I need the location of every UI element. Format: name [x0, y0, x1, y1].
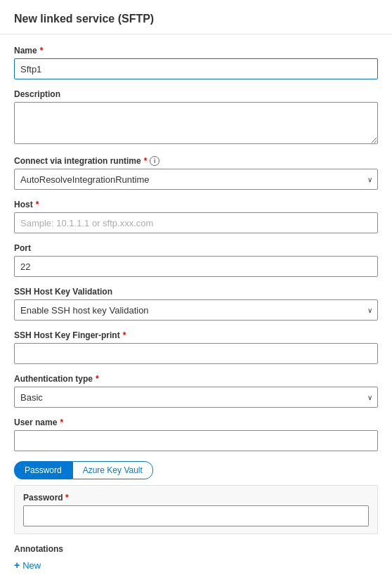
username-group: User name * [14, 418, 378, 451]
panel-content: Name * Description Connect via integrati… [0, 34, 392, 582]
password-tab[interactable]: Password [14, 461, 72, 479]
azure-key-vault-tab[interactable]: Azure Key Vault [72, 461, 153, 479]
port-label: Port [14, 243, 378, 253]
password-tab-group: Password Azure Key Vault [14, 461, 378, 479]
ssh-validation-label: SSH Host Key Validation [14, 287, 378, 297]
description-textarea[interactable] [14, 102, 378, 144]
name-group: Name * [14, 46, 378, 79]
runtime-required: * [144, 156, 148, 166]
name-label: Name * [14, 46, 378, 56]
runtime-select[interactable]: AutoResolveIntegrationRuntime [14, 169, 378, 190]
runtime-info-icon[interactable]: i [150, 156, 159, 166]
port-group: Port [14, 243, 378, 277]
runtime-group: Connect via integration runtime * i Auto… [14, 156, 378, 190]
plus-icon: + [14, 560, 20, 571]
port-input[interactable] [14, 256, 378, 277]
auth-required: * [96, 374, 99, 384]
ssh-fingerprint-group: SSH Host Key Finger-print * [14, 330, 378, 364]
host-label: Host * [14, 200, 378, 209]
auth-select[interactable]: Basic SSH Public Key Multi-Factor [14, 387, 378, 408]
panel-title: New linked service (SFTP) [14, 13, 378, 25]
ssh-validation-select[interactable]: Enable SSH host key Validation Disable S… [14, 299, 378, 321]
description-group: Description [14, 89, 378, 146]
username-input[interactable] [14, 430, 378, 451]
annotations-label: Annotations [14, 544, 378, 554]
host-input[interactable] [14, 212, 378, 233]
password-section-group: Password Azure Key Vault Password * [14, 461, 378, 534]
username-required: * [60, 418, 63, 427]
runtime-select-wrapper: AutoResolveIntegrationRuntime ∨ [14, 169, 378, 190]
panel: New linked service (SFTP) Name * Descrip… [0, 0, 392, 582]
ssh-fingerprint-required: * [123, 330, 126, 340]
ssh-fingerprint-label: SSH Host Key Finger-print * [14, 330, 378, 340]
password-content: Password * [14, 485, 378, 534]
password-required: * [65, 493, 69, 503]
runtime-label: Connect via integration runtime * i [14, 156, 378, 166]
description-label: Description [14, 89, 378, 99]
auth-select-wrapper: Basic SSH Public Key Multi-Factor ∨ [14, 387, 378, 408]
auth-group: Authentication type * Basic SSH Public K… [14, 374, 378, 408]
host-required: * [36, 200, 39, 209]
password-field-label: Password * [23, 493, 369, 503]
ssh-fingerprint-input[interactable] [14, 343, 378, 364]
ssh-validation-group: SSH Host Key Validation Enable SSH host … [14, 287, 378, 321]
password-input[interactable] [23, 505, 369, 526]
panel-header: New linked service (SFTP) [0, 0, 392, 34]
ssh-validation-select-wrapper: Enable SSH host key Validation Disable S… [14, 299, 378, 321]
username-label: User name * [14, 418, 378, 427]
annotations-section: Annotations + New [14, 544, 378, 574]
name-input[interactable] [14, 58, 378, 79]
new-annotation-button[interactable]: + New [14, 557, 41, 574]
host-group: Host * [14, 200, 378, 233]
name-required: * [40, 46, 44, 56]
auth-label: Authentication type * [14, 374, 378, 384]
